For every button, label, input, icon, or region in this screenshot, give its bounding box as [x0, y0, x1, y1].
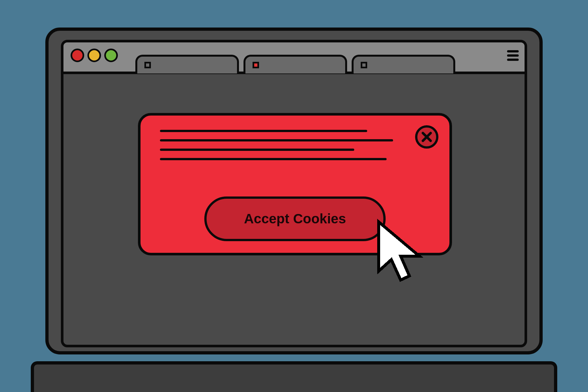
accept-cookies-label: Accept Cookies: [244, 211, 346, 227]
page-content: Accept Cookies: [63, 74, 525, 345]
dialog-body-text: [160, 130, 430, 160]
close-icon: [421, 131, 433, 143]
dialog-close-button[interactable]: [415, 125, 438, 149]
window-minimize-button[interactable]: [87, 49, 101, 62]
menu-icon[interactable]: [507, 50, 519, 61]
favicon-icon: [361, 62, 367, 68]
window-close-button[interactable]: [71, 49, 84, 62]
tab-strip: [135, 55, 500, 72]
browser-tab-1[interactable]: [135, 55, 239, 73]
favicon-icon: [253, 62, 259, 68]
laptop-base: [31, 361, 557, 392]
browser-titlebar: [63, 42, 525, 74]
browser-tab-3[interactable]: [352, 55, 455, 73]
window-controls: [71, 49, 118, 62]
window-zoom-button[interactable]: [104, 49, 118, 62]
browser-window: Accept Cookies: [61, 40, 527, 347]
laptop-screen-bezel: Accept Cookies: [45, 28, 543, 354]
favicon-icon: [144, 62, 151, 68]
browser-tab-2[interactable]: [243, 55, 347, 73]
accept-cookies-button[interactable]: Accept Cookies: [204, 196, 386, 241]
cookie-consent-dialog: Accept Cookies: [138, 113, 452, 255]
